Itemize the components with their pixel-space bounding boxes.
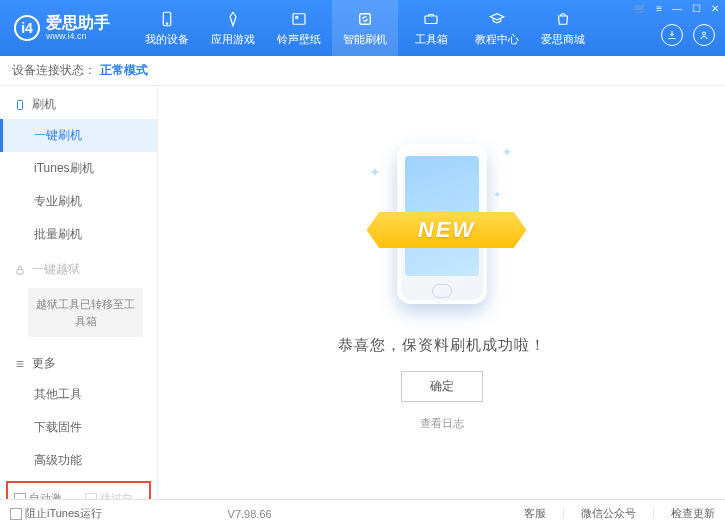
graduation-icon bbox=[488, 10, 506, 28]
sidebar-item-pro-flash[interactable]: 专业刷机 bbox=[0, 185, 157, 218]
sidebar-group-more[interactable]: 更多 bbox=[0, 345, 157, 378]
svg-rect-5 bbox=[425, 16, 437, 24]
footer-link-wechat[interactable]: 微信公众号 bbox=[581, 506, 636, 521]
brand-name: 爱思助手 bbox=[46, 15, 110, 31]
user-button[interactable] bbox=[693, 24, 715, 46]
sidebar-item-oneclick-flash[interactable]: 一键刷机 bbox=[0, 119, 157, 152]
list-icon bbox=[14, 358, 26, 370]
download-icon bbox=[666, 29, 678, 41]
status-bar: 设备连接状态： 正常模式 bbox=[0, 56, 725, 86]
main-content: ✦ ✦ ✦ NEW 恭喜您，保资料刷机成功啦！ 确定 查看日志 bbox=[158, 86, 725, 499]
brand-url: www.i4.cn bbox=[46, 31, 110, 41]
toolbox-icon bbox=[422, 10, 440, 28]
footer-link-support[interactable]: 客服 bbox=[524, 506, 546, 521]
bag-icon bbox=[554, 10, 572, 28]
user-icon bbox=[698, 29, 710, 41]
nav-store[interactable]: 爱思商城 bbox=[530, 0, 596, 56]
footer: 阻止iTunes运行 V7.98.66 客服| 微信公众号| 检查更新 bbox=[0, 499, 725, 527]
sidebar-item-itunes-flash[interactable]: iTunes刷机 bbox=[0, 152, 157, 185]
activation-options: 自动激活 跳过向导 bbox=[6, 481, 151, 499]
cart-icon[interactable]: 🛒 bbox=[634, 3, 646, 14]
footer-link-update[interactable]: 检查更新 bbox=[671, 506, 715, 521]
top-nav: 我的设备 应用游戏 铃声壁纸 智能刷机 工具箱 教程中心 爱思商城 bbox=[134, 0, 596, 56]
phone-icon bbox=[158, 10, 176, 28]
status-mode: 正常模式 bbox=[100, 62, 148, 79]
window-controls: 🛒 ≡ — ☐ ✕ bbox=[634, 3, 719, 14]
svg-rect-4 bbox=[360, 13, 371, 24]
lock-icon bbox=[14, 264, 26, 276]
minimize-icon[interactable]: — bbox=[672, 3, 682, 14]
success-message: 恭喜您，保资料刷机成功啦！ bbox=[338, 336, 546, 355]
sidebar-group-jailbreak: 一键越狱 bbox=[0, 251, 157, 284]
checkbox-auto-activate[interactable]: 自动激活 bbox=[14, 491, 73, 499]
sidebar-item-advanced[interactable]: 高级功能 bbox=[0, 444, 157, 477]
app-logo: i4 爱思助手 www.i4.cn bbox=[0, 15, 124, 41]
sidebar-group-flash[interactable]: 刷机 bbox=[0, 86, 157, 119]
refresh-icon bbox=[356, 10, 374, 28]
version-label: V7.98.66 bbox=[228, 508, 272, 520]
logo-icon: i4 bbox=[14, 15, 40, 41]
sidebar: 刷机 一键刷机 iTunes刷机 专业刷机 批量刷机 一键越狱 越狱工具已转移至… bbox=[0, 86, 158, 499]
sidebar-item-download-fw[interactable]: 下载固件 bbox=[0, 411, 157, 444]
nav-toolbox[interactable]: 工具箱 bbox=[398, 0, 464, 56]
svg-point-6 bbox=[703, 32, 706, 35]
svg-point-3 bbox=[296, 16, 298, 18]
ok-button[interactable]: 确定 bbox=[401, 371, 483, 402]
close-icon[interactable]: ✕ bbox=[711, 3, 719, 14]
sidebar-item-other-tools[interactable]: 其他工具 bbox=[0, 378, 157, 411]
rocket-icon bbox=[224, 10, 242, 28]
nav-tutorials[interactable]: 教程中心 bbox=[464, 0, 530, 56]
download-button[interactable] bbox=[661, 24, 683, 46]
jailbreak-moved-note: 越狱工具已转移至工具箱 bbox=[28, 288, 143, 337]
nav-smart-flash[interactable]: 智能刷机 bbox=[332, 0, 398, 56]
svg-rect-7 bbox=[18, 100, 23, 109]
status-label: 设备连接状态： bbox=[12, 62, 96, 79]
view-log-link[interactable]: 查看日志 bbox=[420, 416, 464, 431]
header-actions bbox=[661, 24, 715, 46]
svg-point-1 bbox=[166, 22, 168, 24]
main-body: 刷机 一键刷机 iTunes刷机 专业刷机 批量刷机 一键越狱 越狱工具已转移至… bbox=[0, 86, 725, 499]
phone-small-icon bbox=[14, 99, 26, 111]
svg-rect-8 bbox=[17, 269, 23, 274]
success-graphic: ✦ ✦ ✦ NEW bbox=[377, 134, 507, 314]
nav-ringtones[interactable]: 铃声壁纸 bbox=[266, 0, 332, 56]
image-icon bbox=[290, 10, 308, 28]
app-header: i4 爱思助手 www.i4.cn 我的设备 应用游戏 铃声壁纸 智能刷机 工具… bbox=[0, 0, 725, 56]
new-ribbon: NEW bbox=[367, 212, 527, 248]
checkbox-skip-guide[interactable]: 跳过向导 bbox=[85, 491, 144, 499]
checkbox-block-itunes[interactable]: 阻止iTunes运行 bbox=[10, 506, 102, 521]
svg-rect-2 bbox=[293, 13, 305, 24]
menu-icon[interactable]: ≡ bbox=[656, 3, 662, 14]
sidebar-item-batch-flash[interactable]: 批量刷机 bbox=[0, 218, 157, 251]
nav-apps[interactable]: 应用游戏 bbox=[200, 0, 266, 56]
nav-my-device[interactable]: 我的设备 bbox=[134, 0, 200, 56]
maximize-icon[interactable]: ☐ bbox=[692, 3, 701, 14]
